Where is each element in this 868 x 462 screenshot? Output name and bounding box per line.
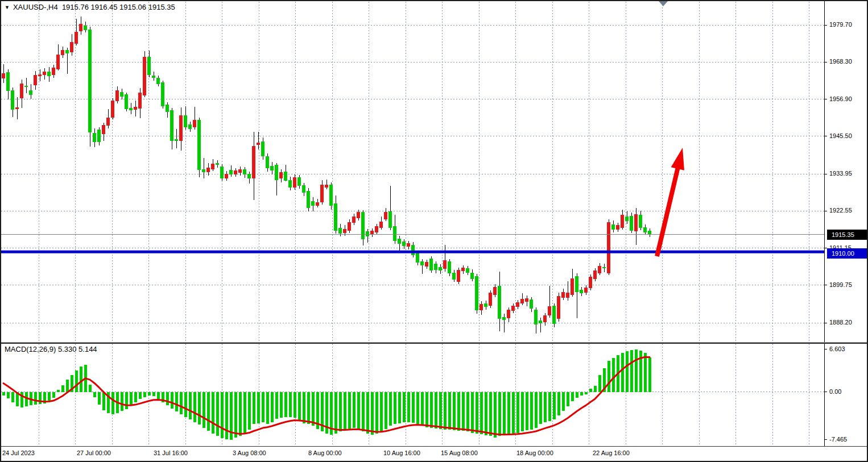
candle-body	[57, 55, 60, 69]
macd-histogram-bar	[243, 392, 246, 433]
candle-body	[143, 57, 146, 95]
macd-histogram-bar	[180, 392, 183, 414]
candle-body	[435, 264, 437, 269]
macd-histogram-bar	[294, 392, 296, 418]
candle-body	[612, 225, 615, 230]
macd-histogram-bar	[248, 392, 251, 430]
macd-histogram-bar	[416, 392, 419, 424]
candle-body	[262, 141, 264, 156]
candle-body	[430, 259, 433, 270]
macd-histogram-bar	[48, 392, 51, 401]
macd-histogram-bar	[198, 392, 201, 425]
price-axis-label: 1979.70	[829, 21, 852, 28]
candle-body	[526, 299, 528, 302]
candle-body	[385, 212, 387, 219]
macd-histogram-bar	[644, 353, 647, 392]
macd-histogram-bar	[212, 392, 214, 434]
candle-body	[257, 143, 260, 145]
support-line[interactable]	[1, 251, 824, 253]
macd-histogram-bar	[476, 392, 478, 434]
candle-body	[230, 170, 233, 174]
candle-body	[457, 270, 460, 282]
candle-body	[607, 222, 610, 273]
candle-body	[471, 273, 474, 278]
macd-histogram-bar	[407, 392, 410, 422]
candle-body	[312, 202, 315, 206]
macd-histogram-bar	[394, 392, 396, 424]
macd-histogram-bar	[594, 386, 597, 392]
candle-body	[571, 278, 574, 294]
macd-histogram-bar	[11, 392, 14, 402]
macd-histogram-bar	[102, 392, 105, 411]
candle-body	[334, 204, 337, 230]
chart-shift-marker-icon[interactable]	[659, 1, 668, 6]
time-axis-label: 3 Aug 08:00	[233, 449, 266, 456]
candle-body	[212, 164, 214, 169]
candle-body	[239, 169, 242, 172]
macd-histogram-bar	[362, 392, 365, 432]
macd-histogram-bar	[612, 358, 615, 392]
macd-histogram-bar	[571, 392, 574, 402]
macd-histogram-bar	[61, 385, 64, 392]
macd-histogram-bar	[535, 392, 538, 428]
macd-histogram-bar	[512, 392, 515, 434]
candle-body	[52, 68, 55, 75]
candle-body	[207, 168, 210, 172]
macd-histogram-bar	[639, 351, 642, 392]
candle-body	[512, 306, 515, 310]
candle-body	[544, 316, 547, 322]
macd-histogram-bar	[607, 361, 610, 392]
time-axis-label: 18 Aug 00:00	[516, 449, 553, 456]
candle-body	[193, 120, 196, 127]
candle-body	[102, 126, 105, 134]
macd-histogram-bar	[375, 392, 378, 434]
time-axis-label: 15 Aug 08:00	[441, 449, 478, 456]
candle-body	[121, 93, 123, 97]
candle-body	[576, 276, 578, 292]
candle-body	[630, 216, 633, 230]
macd-histogram-bar	[398, 392, 401, 423]
candle-body	[216, 163, 219, 164]
macd-histogram-bar	[143, 392, 146, 397]
candle-body	[294, 178, 296, 188]
candle-body	[535, 310, 538, 324]
macd-histogram-bar	[366, 392, 369, 434]
candle-body	[617, 226, 619, 230]
macd-histogram-bar	[630, 350, 633, 392]
macd-histogram-bar	[553, 392, 556, 420]
macd-histogram-bar	[598, 375, 601, 392]
candle-body	[243, 169, 246, 174]
candle-body	[548, 306, 551, 315]
macd-histogram-bar	[371, 392, 374, 435]
candle-body	[635, 214, 638, 231]
trend-arrow-head[interactable]	[671, 148, 684, 170]
candle-body	[107, 118, 110, 126]
candle-body	[275, 165, 278, 180]
candle-body	[494, 287, 497, 294]
candle-body	[184, 115, 187, 127]
candle-body	[498, 286, 501, 318]
candle-body	[280, 173, 283, 178]
macd-indicator-label: MACD(12,26,9) 5.330 5.144	[5, 345, 97, 353]
chart-canvas[interactable]	[1, 1, 867, 461]
macd-histogram-bar	[626, 351, 629, 392]
price-axis-label: 1933.95	[829, 170, 852, 177]
macd-histogram-bar	[134, 392, 137, 402]
candle-body	[567, 293, 569, 298]
candle-body	[439, 267, 442, 270]
macd-histogram-bar	[635, 349, 638, 392]
time-axis-label: 22 Aug 16:00	[593, 449, 630, 456]
time-axis-label: 8 Aug 00:00	[308, 449, 342, 456]
candle-body	[448, 261, 451, 273]
macd-histogram-bar	[576, 392, 578, 398]
symbol-collapse-icon[interactable]: ▼	[5, 5, 10, 10]
candle-body	[180, 115, 183, 141]
candle-body	[489, 293, 492, 306]
candle-body	[189, 125, 192, 129]
macd-histogram-bar	[75, 371, 78, 392]
macd-histogram-bar	[385, 392, 387, 429]
candle-body	[516, 302, 519, 306]
candle-body	[248, 174, 251, 178]
macd-histogram-bar	[457, 392, 460, 431]
candle-body	[298, 178, 301, 186]
